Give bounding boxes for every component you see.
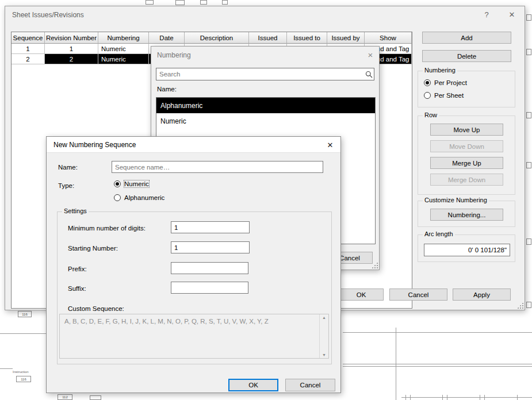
- drawing-line: [442, 395, 443, 400]
- numbering-button[interactable]: Numbering...: [430, 209, 503, 221]
- cell-sequence[interactable]: 1: [12, 44, 45, 54]
- move-down-button: Move Down: [430, 140, 503, 152]
- drawing-glyph: [526, 112, 531, 118]
- custom-sequence-box: A, B, C, D, E, F, G, H, I, J, K, L, M, N…: [59, 314, 329, 359]
- dialog-title: Sheet Issues/Revisions: [12, 11, 84, 19]
- per-sheet-radio[interactable]: Per Sheet: [424, 92, 464, 99]
- column-header[interactable]: Date: [149, 32, 185, 44]
- list-item-alphanumeric[interactable]: Alphanumeric: [156, 98, 375, 113]
- drawing-text-label: Instruction: [13, 370, 29, 374]
- drawing-glyph: [526, 14, 531, 21]
- scrollbar[interactable]: ▲ ▼: [319, 314, 328, 358]
- scroll-up-icon[interactable]: ▲: [322, 316, 326, 320]
- search-input[interactable]: [156, 71, 363, 78]
- name-label: Name:: [157, 86, 177, 93]
- drawing-glyph: [526, 302, 531, 308]
- drawing-ref-box: 116: [16, 376, 31, 382]
- prefix-label: Prefix:: [68, 266, 87, 272]
- starting-number-input[interactable]: [171, 241, 250, 253]
- group-label: Numbering: [423, 67, 457, 74]
- cell-revision-number[interactable]: 1: [45, 44, 98, 54]
- close-icon[interactable]: ✕: [507, 9, 517, 20]
- close-icon[interactable]: ✕: [325, 140, 335, 150]
- column-header[interactable]: Issued by: [327, 32, 365, 44]
- radio-icon: [114, 194, 121, 201]
- drawing-ref-box: 112: [58, 394, 72, 400]
- ok-button[interactable]: OK: [339, 289, 384, 301]
- drawing-line: [484, 395, 485, 400]
- column-header[interactable]: Description: [185, 32, 249, 44]
- close-icon[interactable]: ×: [365, 49, 376, 60]
- cell-numbering[interactable]: Numeric: [98, 44, 149, 54]
- arc-length-input[interactable]: [424, 244, 510, 256]
- drawing-line: [0, 368, 13, 369]
- drawing-glyph: [175, 0, 185, 5]
- suffix-label: Suffix:: [68, 285, 86, 292]
- drawing-line: [517, 395, 518, 400]
- help-icon[interactable]: ?: [481, 9, 492, 20]
- drawing-glyph: [526, 239, 531, 245]
- prefix-input[interactable]: [171, 262, 248, 274]
- radio-icon: [114, 180, 121, 187]
- dialog-title: Numbering: [157, 51, 191, 59]
- resize-grip[interactable]: [517, 302, 523, 309]
- name-label: Name:: [58, 164, 78, 171]
- column-header[interactable]: Revision Number: [45, 32, 98, 44]
- suffix-input[interactable]: [171, 282, 248, 294]
- drawing-line: [396, 328, 396, 400]
- merge-down-button: Merge Down: [430, 174, 503, 186]
- apply-button[interactable]: Apply: [453, 289, 511, 301]
- cell-numbering[interactable]: Numeric: [98, 54, 149, 64]
- numbering-group: Numbering Per Project Per Sheet: [418, 71, 515, 107]
- list-item-numeric[interactable]: Numeric: [156, 113, 375, 129]
- add-button[interactable]: Add: [422, 32, 511, 44]
- cancel-button[interactable]: Cancel: [285, 379, 335, 391]
- arc-length-group: Arc length: [418, 234, 515, 262]
- delete-button[interactable]: Delete: [422, 50, 511, 62]
- cancel-button[interactable]: Cancel: [389, 289, 447, 301]
- drawing-line: [480, 395, 480, 400]
- min-digits-label: Minimum number of digits:: [68, 225, 146, 232]
- dialog-title: New Numbering Sequence: [53, 141, 136, 149]
- search-box: [156, 68, 374, 80]
- column-header[interactable]: Issued: [249, 32, 287, 44]
- drawing-ref-box: 116: [18, 311, 32, 317]
- column-header[interactable]: Issued to: [287, 32, 327, 44]
- radio-icon: [424, 79, 431, 86]
- column-header[interactable]: Show: [365, 32, 412, 44]
- type-numeric-radio[interactable]: Numeric: [114, 180, 149, 187]
- revit-screen: Instruction 116 116 112 Sheet Issues/Rev…: [0, 0, 532, 400]
- drawing-line: [410, 395, 411, 400]
- per-project-radio[interactable]: Per Project: [424, 79, 467, 86]
- scroll-down-icon[interactable]: ▼: [322, 353, 326, 357]
- group-label: Arc length: [423, 230, 455, 237]
- customize-numbering-group: Customize Numbering Numbering...: [418, 201, 515, 227]
- radio-label: Per Project: [434, 79, 467, 86]
- min-digits-input[interactable]: [171, 221, 250, 233]
- ok-button[interactable]: OK: [228, 379, 278, 391]
- drawing-glyph: [526, 162, 531, 168]
- cell-sequence[interactable]: 2: [12, 54, 45, 64]
- table-header-row: Sequence Revision Number Numbering Date …: [12, 32, 412, 44]
- radio-label: Numeric: [124, 180, 149, 187]
- drawing-line: [405, 395, 406, 400]
- search-icon: [363, 71, 374, 78]
- group-label: Settings: [62, 207, 89, 214]
- drawing-glyph: [200, 0, 207, 5]
- drawing-line: [343, 366, 532, 367]
- custom-sequence-label: Custom Sequence:: [68, 305, 124, 312]
- merge-up-button[interactable]: Merge Up: [430, 157, 503, 169]
- column-header[interactable]: Numbering: [98, 32, 149, 44]
- move-up-button[interactable]: Move Up: [430, 124, 503, 136]
- group-label: Row: [423, 111, 439, 118]
- cell-revision-number[interactable]: 2: [45, 54, 98, 64]
- drawing-glyph: [146, 0, 154, 5]
- type-alphanumeric-radio[interactable]: Alphanumeric: [114, 194, 164, 201]
- drawing-line: [343, 364, 532, 364]
- column-header[interactable]: Sequence: [12, 32, 45, 44]
- type-label: Type:: [58, 182, 74, 189]
- radio-label: Per Sheet: [434, 92, 464, 99]
- starting-number-label: Starting Number:: [68, 245, 118, 252]
- sequence-name-input[interactable]: [112, 161, 323, 173]
- drawing-glyph: [526, 49, 531, 55]
